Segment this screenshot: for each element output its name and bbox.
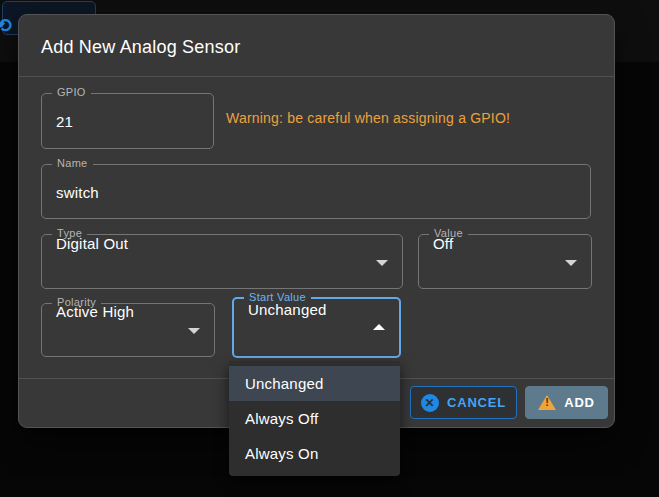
dialog-title: Add New Analog Sensor (41, 37, 240, 58)
gpio-field[interactable]: GPIO (41, 93, 214, 149)
name-field[interactable]: Name (41, 164, 591, 219)
type-select[interactable]: Type Digital Out (41, 234, 403, 289)
warning-triangle-icon (538, 395, 556, 410)
chevron-down-icon (188, 328, 200, 334)
cancel-button[interactable]: ✕ CANCEL (410, 386, 517, 419)
refresh-icon[interactable]: ⟳ (0, 14, 12, 37)
chevron-down-icon (376, 260, 388, 266)
type-selected-value: Digital Out (56, 234, 376, 289)
cancel-circle-x-icon: ✕ (421, 394, 439, 412)
start-value-dropdown-menu: Unchanged Always Off Always On (229, 361, 400, 476)
start-value-select[interactable]: Start Value Unchanged (232, 297, 401, 358)
title-divider (19, 76, 614, 77)
gpio-input[interactable] (56, 94, 187, 149)
polarity-selected-value: Active High (56, 303, 188, 358)
chevron-up-icon (373, 324, 385, 330)
polarity-select[interactable]: Polarity Active High (41, 303, 215, 357)
gpio-warning-text: Warning: be careful when assigning a GPI… (226, 110, 510, 126)
menu-item-unchanged[interactable]: Unchanged (229, 366, 400, 401)
menu-item-always-on[interactable]: Always On (229, 436, 400, 471)
value-select[interactable]: Value Off (418, 234, 592, 289)
add-button-label: ADD (564, 395, 595, 410)
menu-item-always-off[interactable]: Always Off (229, 401, 400, 436)
start-value-selected-value: Unchanged (248, 300, 373, 355)
name-input[interactable] (56, 164, 564, 219)
chevron-down-icon (565, 260, 577, 266)
value-selected-value: Off (433, 234, 565, 289)
add-button[interactable]: ADD (525, 386, 608, 419)
cancel-button-label: CANCEL (447, 395, 506, 410)
